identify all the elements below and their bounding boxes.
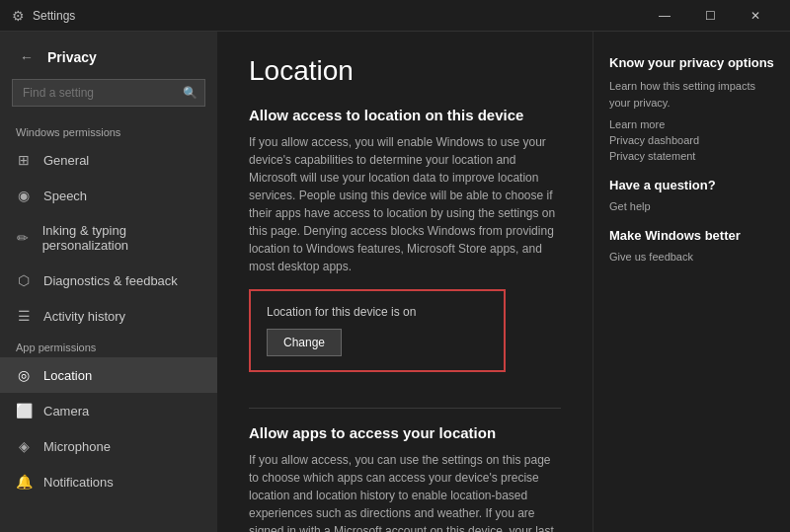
activity-icon: ☰ <box>16 308 32 324</box>
know-privacy-title: Know your privacy options <box>609 55 774 70</box>
location-nav-icon: ◎ <box>16 367 32 383</box>
app-section-title: Allow apps to access your location <box>249 424 561 441</box>
search-icon: 🔍 <box>183 86 198 100</box>
sidebar-item-general[interactable]: ⊞ General <box>0 142 217 178</box>
speech-icon: ◉ <box>16 188 32 203</box>
search-input[interactable] <box>12 79 205 107</box>
back-button[interactable]: ← <box>16 47 38 67</box>
sidebar-item-diagnostics[interactable]: ⬡ Diagnostics & feedback <box>0 263 217 298</box>
notifications-icon: 🔔 <box>16 474 32 490</box>
question-title: Have a question? <box>609 178 774 192</box>
device-status-text: Location for this device is on <box>267 305 488 319</box>
sidebar-item-speech[interactable]: ◉ Speech <box>0 178 217 213</box>
privacy-dashboard-link[interactable]: Privacy dashboard <box>609 134 774 146</box>
sidebar-item-activity[interactable]: ☰ Activity history <box>0 298 217 334</box>
sidebar-item-inking[interactable]: ✏ Inking & typing personalization <box>0 213 217 263</box>
get-help-link[interactable]: Get help <box>609 200 774 212</box>
camera-icon: ⬜ <box>16 403 32 418</box>
learn-more-link[interactable]: Learn more <box>609 118 774 130</box>
app-body: ← Privacy 🔍 Windows permissions ⊞ Genera… <box>0 32 790 532</box>
title-bar: ⚙ Settings — ☐ ✕ <box>0 0 790 32</box>
maximize-button[interactable]: ☐ <box>687 0 733 32</box>
change-button[interactable]: Change <box>267 329 342 356</box>
page-title: Location <box>249 55 561 87</box>
settings-app-icon: ⚙ <box>12 8 25 24</box>
sidebar-diagnostics-label: Diagnostics & feedback <box>43 273 178 288</box>
device-section-description: If you allow access, you will enable Win… <box>249 133 561 275</box>
title-bar-label: Settings <box>33 9 75 23</box>
sidebar: ← Privacy 🔍 Windows permissions ⊞ Genera… <box>0 32 217 532</box>
search-box: 🔍 <box>12 79 205 107</box>
sidebar-item-microphone[interactable]: ◈ Microphone <box>0 428 217 464</box>
sidebar-item-location[interactable]: ◎ Location <box>0 357 217 393</box>
sidebar-activity-label: Activity history <box>43 309 125 324</box>
sidebar-inking-label: Inking & typing personalization <box>42 223 201 253</box>
sidebar-location-label: Location <box>43 368 92 383</box>
microphone-icon: ◈ <box>16 438 32 454</box>
sidebar-notifications-label: Notifications <box>43 475 114 490</box>
sidebar-camera-label: Camera <box>43 404 89 418</box>
sidebar-privacy-label: Privacy <box>47 49 97 65</box>
give-feedback-link[interactable]: Give us feedback <box>609 251 774 263</box>
minimize-button[interactable]: — <box>642 0 687 32</box>
window-controls: — ☐ ✕ <box>642 0 778 32</box>
know-privacy-desc: Learn how this setting impacts your priv… <box>609 78 774 111</box>
section-divider <box>249 408 561 409</box>
windows-better-title: Make Windows better <box>609 228 774 243</box>
app-section-description: If you allow access, you can use the set… <box>249 451 561 532</box>
sidebar-speech-label: Speech <box>43 189 87 203</box>
sidebar-microphone-label: Microphone <box>43 439 111 454</box>
app-permissions-label: App permissions <box>0 334 217 357</box>
sidebar-header: ← Privacy <box>0 32 217 75</box>
diagnostics-icon: ⬡ <box>16 272 32 288</box>
general-icon: ⊞ <box>16 152 32 168</box>
sidebar-general-label: General <box>43 153 89 168</box>
main-content: Location Allow access to location on thi… <box>217 32 592 532</box>
close-button[interactable]: ✕ <box>733 0 778 32</box>
device-section-title: Allow access to location on this device <box>249 107 561 123</box>
windows-permissions-label: Windows permissions <box>0 118 217 142</box>
device-location-box: Location for this device is on Change <box>249 289 506 372</box>
sidebar-item-camera[interactable]: ⬜ Camera <box>0 393 217 428</box>
privacy-statement-link[interactable]: Privacy statement <box>609 150 774 162</box>
inking-icon: ✏ <box>16 230 31 246</box>
right-panel: Know your privacy options Learn how this… <box>592 32 790 532</box>
sidebar-item-notifications[interactable]: 🔔 Notifications <box>0 464 217 499</box>
